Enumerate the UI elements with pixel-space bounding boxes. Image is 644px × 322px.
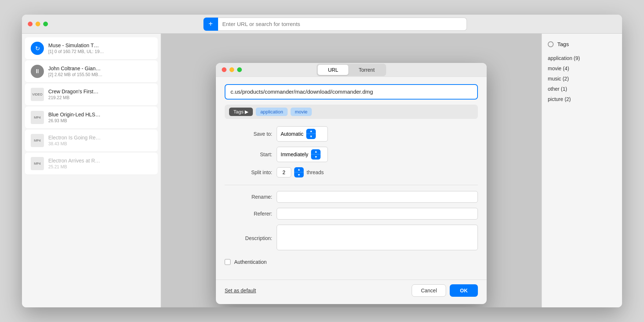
download-name: Crew Dragon's First… xyxy=(48,89,152,94)
split-up-icon[interactable]: ▲ xyxy=(294,167,304,172)
minimize-button[interactable] xyxy=(35,22,40,26)
save-to-control: Automatic ▲ ▼ xyxy=(277,126,478,142)
search-input[interactable] xyxy=(218,18,467,31)
auth-label: Authentication xyxy=(234,259,267,265)
download-item[interactable]: MP4 Electron Arrives at R… 25.21 MB xyxy=(25,153,158,175)
download-info: Electron Is Going Re… 38.43 MB xyxy=(48,135,152,146)
download-info: Blue Origin-Led HLS… 26.93 MB xyxy=(48,112,152,123)
divider xyxy=(225,185,478,185)
modal-overlay: URL Torrent Tags xyxy=(161,34,542,307)
tags-panel-item[interactable]: picture (2) xyxy=(548,94,616,104)
add-button[interactable]: + xyxy=(203,18,218,31)
download-icon: VIDEO xyxy=(31,88,44,101)
download-info: Muse - Simulation T… [1] 0 of 160.72 MB,… xyxy=(48,42,152,54)
rename-control xyxy=(277,191,478,203)
download-info: Crew Dragon's First… 219.22 MB xyxy=(48,89,152,100)
download-icon: MP4 xyxy=(31,111,44,124)
search-bar-wrapper: + xyxy=(203,18,467,31)
download-item[interactable]: VIDEO Crew Dragon's First… 219.22 MB xyxy=(25,83,158,106)
right-panel: Tags application (9)movie (4)music (2)ot… xyxy=(542,34,622,307)
start-label: Start: xyxy=(225,151,272,157)
save-to-value: Automatic xyxy=(281,131,303,137)
download-name: Blue Origin-Led HLS… xyxy=(48,112,152,117)
download-icon: MP4 xyxy=(31,134,44,147)
start-stepper[interactable]: ▲ ▼ xyxy=(311,149,321,160)
download-meta: 26.93 MB xyxy=(48,118,152,123)
download-name: Electron Is Going Re… xyxy=(48,135,152,141)
download-icon: ⏸ xyxy=(31,65,44,78)
tags-panel-title: Tags xyxy=(557,41,569,47)
maximize-button[interactable] xyxy=(43,22,48,26)
tags-list: application (9)movie (4)music (2)other (… xyxy=(548,53,616,104)
download-name: Muse - Simulation T… xyxy=(48,42,152,48)
download-item[interactable]: ↻ Muse - Simulation T… [1] 0 of 160.72 M… xyxy=(25,37,158,60)
description-control xyxy=(277,225,478,252)
cancel-button[interactable]: Cancel xyxy=(412,284,446,297)
tab-torrent[interactable]: Torrent xyxy=(348,65,385,75)
add-url-modal: URL Torrent Tags xyxy=(216,63,487,304)
app-body: ↻ Muse - Simulation T… [1] 0 of 160.72 M… xyxy=(22,34,622,307)
modal-maximize-button[interactable] xyxy=(237,67,242,72)
tags-radio[interactable] xyxy=(548,41,554,47)
referer-input[interactable] xyxy=(277,208,478,220)
download-name: John Coltrane - Gian… xyxy=(48,65,152,71)
description-label: Description: xyxy=(225,235,272,241)
downloads-sidebar: ↻ Muse - Simulation T… [1] 0 of 160.72 M… xyxy=(22,34,161,307)
footer-buttons: Cancel OK xyxy=(412,284,478,297)
split-input[interactable] xyxy=(277,167,291,177)
download-meta: 219.22 MB xyxy=(48,95,152,100)
download-meta: [1] 0 of 160.72 MB, UL: 19… xyxy=(48,49,152,54)
close-button[interactable] xyxy=(28,22,33,26)
tags-panel-item[interactable]: music (2) xyxy=(548,74,616,84)
save-to-stepper[interactable]: ▲ ▼ xyxy=(306,129,316,139)
modal-titlebar: URL Torrent xyxy=(216,63,487,77)
auth-checkbox[interactable] xyxy=(225,259,231,265)
modal-traffic-lights xyxy=(222,67,242,72)
traffic-lights xyxy=(28,22,48,26)
download-item[interactable]: MP4 Electron Is Going Re… 38.43 MB xyxy=(25,130,158,152)
tags-panel-header: Tags xyxy=(548,41,616,47)
tab-url[interactable]: URL xyxy=(318,65,348,75)
tags-panel-item[interactable]: other (1) xyxy=(548,84,616,94)
save-to-select[interactable]: Automatic ▲ ▼ xyxy=(277,126,328,142)
rename-label: Rename: xyxy=(225,194,272,200)
save-to-down-icon[interactable]: ▼ xyxy=(306,134,316,139)
start-select[interactable]: Immediately ▲ ▼ xyxy=(277,147,328,162)
start-up-icon[interactable]: ▲ xyxy=(311,149,321,154)
download-item[interactable]: MP4 Blue Origin-Led HLS… 26.93 MB xyxy=(25,106,158,129)
download-name: Electron Arrives at R… xyxy=(48,158,152,164)
modal-minimize-button[interactable] xyxy=(229,67,234,72)
tags-label: Tags xyxy=(233,109,243,115)
description-input[interactable] xyxy=(277,225,478,250)
split-stepper[interactable]: ▲ ▼ xyxy=(294,167,304,177)
threads-label: threads xyxy=(307,169,324,175)
split-label: Split into: xyxy=(225,169,272,175)
url-input[interactable] xyxy=(231,89,472,95)
split-control: ▲ ▼ threads xyxy=(277,167,478,177)
set-default-button[interactable]: Set as default xyxy=(225,288,256,293)
download-icon: ↻ xyxy=(31,42,44,55)
ok-button[interactable]: OK xyxy=(450,284,478,297)
download-info: John Coltrane - Gian… [2] 2.62 MB of 155… xyxy=(48,65,152,77)
start-value: Immediately xyxy=(281,151,308,157)
tags-panel-item[interactable]: application (9) xyxy=(548,53,616,63)
save-to-up-icon[interactable]: ▲ xyxy=(306,129,316,134)
start-control: Immediately ▲ ▼ xyxy=(277,147,478,162)
download-meta: 25.21 MB xyxy=(48,164,152,169)
modal-close-button[interactable] xyxy=(222,67,226,72)
extra-form-section: Rename: Referer: Description: xyxy=(225,191,478,252)
tag-movie[interactable]: movie xyxy=(291,108,312,116)
rename-input[interactable] xyxy=(277,191,478,203)
tags-row: Tags ▶ application movie xyxy=(225,105,478,119)
tag-application[interactable]: application xyxy=(256,108,287,116)
split-down-icon[interactable]: ▼ xyxy=(294,172,304,177)
modal-body: Tags ▶ application movie Save to: xyxy=(216,77,487,280)
start-down-icon[interactable]: ▼ xyxy=(311,154,321,160)
referer-label: Referer: xyxy=(225,211,272,217)
tags-panel-item[interactable]: movie (4) xyxy=(548,63,616,74)
download-icon: MP4 xyxy=(31,157,44,170)
tags-button[interactable]: Tags ▶ xyxy=(229,108,253,116)
download-meta: [2] 2.62 MB of 155.50 MB… xyxy=(48,72,152,77)
url-input-wrap xyxy=(225,84,478,100)
download-item[interactable]: ⏸ John Coltrane - Gian… [2] 2.62 MB of 1… xyxy=(25,60,158,83)
